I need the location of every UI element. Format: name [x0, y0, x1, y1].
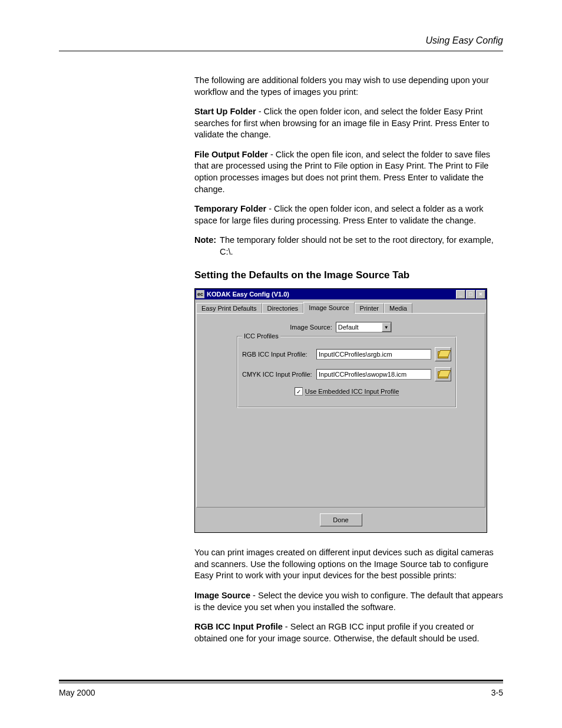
- chevron-down-icon: ▼: [382, 322, 391, 332]
- note-text: The temporary folder should not be set t…: [220, 235, 503, 258]
- window-title: KODAK Easy Config (V1.0): [207, 291, 289, 298]
- temp-label: Temporary Folder: [194, 204, 266, 213]
- checkbox-label: Use Embedded ICC Input Profile: [305, 388, 399, 396]
- lower-rgb: RGB ICC Input Profile - Select an RGB IC…: [194, 621, 503, 644]
- fileout-paragraph: File Output Folder - Click the open file…: [194, 149, 503, 195]
- embedded-checkbox[interactable]: ✓: [295, 387, 303, 396]
- header-rule: [59, 51, 503, 51]
- tab-content: Image Source: Default ▼ ICC Profiles RGB…: [196, 313, 485, 508]
- close-button[interactable]: ×: [476, 290, 485, 299]
- maximize-button[interactable]: □: [466, 290, 475, 299]
- cmyk-browse-button[interactable]: [435, 367, 451, 381]
- titlebar: ec KODAK Easy Config (V1.0) _ □ ×: [195, 289, 487, 299]
- header-title: Using Easy Config: [59, 35, 503, 46]
- tab-easy-print-defaults[interactable]: Easy Print Defaults: [196, 303, 262, 313]
- note-label: Note:: [194, 235, 216, 258]
- groupbox-title: ICC Profiles: [242, 332, 280, 340]
- done-button[interactable]: Done: [320, 513, 362, 526]
- rgb-browse-button[interactable]: [435, 347, 451, 361]
- folder-icon: [438, 350, 448, 358]
- image-source-dropdown[interactable]: Default ▼: [336, 322, 392, 332]
- tab-directories[interactable]: Directories: [262, 303, 304, 313]
- footer-rule-thin: [59, 683, 503, 683]
- tab-media[interactable]: Media: [384, 303, 412, 313]
- folder-icon: [438, 370, 448, 378]
- tab-printer[interactable]: Printer: [355, 303, 384, 313]
- app-window: ec KODAK Easy Config (V1.0) _ □ × Easy P…: [194, 288, 487, 533]
- tab-image-source[interactable]: Image Source: [303, 302, 354, 314]
- minimize-button[interactable]: _: [456, 290, 465, 299]
- note-row: Note: The temporary folder should not be…: [194, 235, 503, 258]
- footer-date: May 2000: [59, 688, 95, 697]
- lower-rgb-label: RGB ICC Input Profile: [194, 622, 283, 631]
- icc-profiles-group: ICC Profiles RGB ICC Input Profile: Inpu…: [237, 336, 457, 408]
- page-footer: May 2000 3-5: [59, 688, 503, 697]
- rgb-input[interactable]: InputICCProfiles\srgb.icm: [316, 349, 431, 360]
- image-source-label: Image Source:: [290, 324, 332, 331]
- temp-paragraph: Temporary Folder - Click the open folder…: [194, 203, 503, 226]
- image-source-value: Default: [338, 324, 359, 331]
- app-icon: ec: [196, 290, 204, 298]
- lower-imgsrc: Image Source - Select the device you wis…: [194, 590, 503, 613]
- lower-intro: You can print images created on differen…: [194, 547, 503, 582]
- footer-rule-thick: [59, 680, 503, 681]
- cmyk-input[interactable]: InputICCProfiles\swopw18.icm: [316, 369, 431, 380]
- intro-text: The following are additional folders you…: [194, 75, 503, 98]
- cmyk-label: CMYK ICC Input Profile:: [242, 371, 313, 378]
- startup-label: Start Up Folder: [194, 107, 256, 116]
- section-heading: Setting the Defaults on the Image Source…: [194, 269, 503, 281]
- lower-imgsrc-label: Image Source: [194, 591, 250, 600]
- footer-page: 3-5: [491, 688, 503, 697]
- fileout-label: File Output Folder: [194, 150, 268, 159]
- tab-strip: Easy Print Defaults Directories Image So…: [196, 302, 487, 313]
- rgb-label: RGB ICC Input Profile:: [242, 351, 313, 358]
- startup-paragraph: Start Up Folder - Click the open folder …: [194, 106, 503, 141]
